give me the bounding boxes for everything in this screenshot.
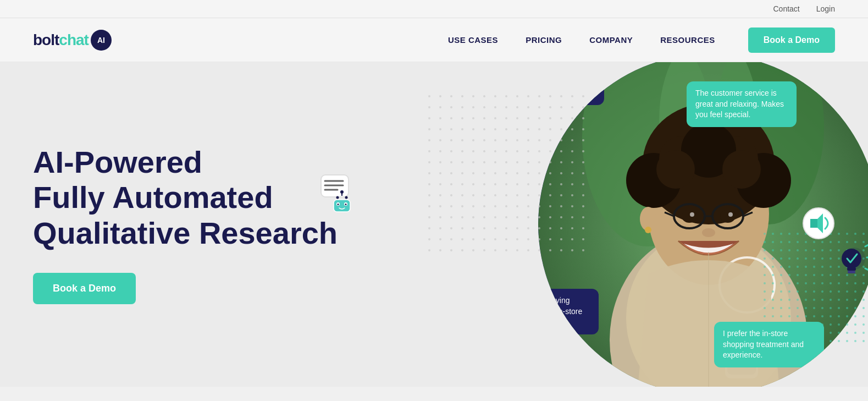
svg-point-13	[338, 204, 339, 205]
robot-icon	[318, 172, 362, 218]
hero-image-area: What is the main message of this advert?…	[384, 62, 868, 387]
svg-point-39	[690, 212, 694, 217]
book-demo-nav-button[interactable]: Book a Demo	[748, 28, 835, 53]
hero-title-line2: Fully Automated	[33, 180, 273, 215]
logo[interactable]: boltchat AI	[33, 30, 112, 51]
nav-item-use-cases[interactable]: USE CASES	[448, 35, 498, 45]
svg-point-38	[720, 210, 736, 223]
svg-rect-51	[810, 219, 817, 228]
nav-link-use-cases[interactable]: USE CASES	[448, 35, 498, 45]
svg-point-31	[722, 150, 761, 189]
nav-link-company[interactable]: COMPANY	[589, 35, 633, 45]
svg-rect-58	[848, 271, 855, 273]
svg-rect-57	[847, 267, 856, 271]
lightbulb-icon	[835, 241, 868, 287]
svg-point-43	[645, 227, 651, 233]
nav-item-pricing[interactable]: PRICING	[526, 35, 562, 45]
svg-line-55	[865, 268, 868, 271]
svg-point-14	[345, 204, 347, 205]
speaker-icon	[802, 207, 835, 242]
svg-point-7	[336, 196, 339, 199]
nav-link-resources[interactable]: RESOURCES	[660, 35, 715, 45]
svg-point-10	[340, 190, 344, 194]
nav-links: USE CASES PRICING COMPANY RESOURCES	[448, 35, 715, 45]
chat-bubble-question-2: Would you prefer buying luxury fashion i…	[538, 289, 599, 334]
svg-point-37	[682, 210, 697, 223]
contact-link[interactable]: Contact	[773, 4, 799, 13]
svg-point-56	[842, 249, 861, 268]
chat-bubble-answer-2: I prefer the in-store shopping treatment…	[714, 322, 824, 367]
logo-text: boltchat	[33, 31, 89, 49]
book-demo-hero-button[interactable]: Book a Demo	[33, 273, 136, 304]
top-bar: Contact Login	[0, 0, 868, 18]
hero-title-line3: Qualitative Research	[33, 216, 338, 250]
svg-rect-1	[428, 95, 593, 260]
hero-section: AI-Powered Fully Automated Qualitative R…	[0, 62, 868, 387]
hero-title-line1: AI-Powered	[33, 145, 202, 179]
login-link[interactable]: Login	[816, 4, 835, 13]
svg-line-53	[865, 244, 868, 246]
svg-point-8	[345, 196, 348, 199]
logo-badge: AI	[91, 30, 112, 51]
hero-title: AI-Powered Fully Automated Qualitative R…	[33, 145, 338, 251]
logo-bolt: bolt	[33, 31, 59, 48]
nav-item-resources[interactable]: RESOURCES	[660, 35, 715, 45]
chat-bubble-question-1: What is the main message of this advert?	[538, 70, 604, 105]
chat-bubble-answer-1: The customer service is great and relaxi…	[687, 81, 797, 127]
svg-point-40	[728, 212, 733, 217]
hero-text: AI-Powered Fully Automated Qualitative R…	[33, 145, 338, 304]
svg-point-41	[702, 228, 715, 237]
logo-chat: chat	[59, 31, 89, 48]
dot-pattern-main	[428, 95, 593, 260]
navbar: boltchat AI USE CASES PRICING COMPANY RE…	[0, 18, 868, 62]
nav-link-pricing[interactable]: PRICING	[526, 35, 562, 45]
nav-item-company[interactable]: COMPANY	[589, 35, 633, 45]
svg-rect-6	[334, 200, 350, 212]
svg-point-30	[656, 150, 695, 189]
